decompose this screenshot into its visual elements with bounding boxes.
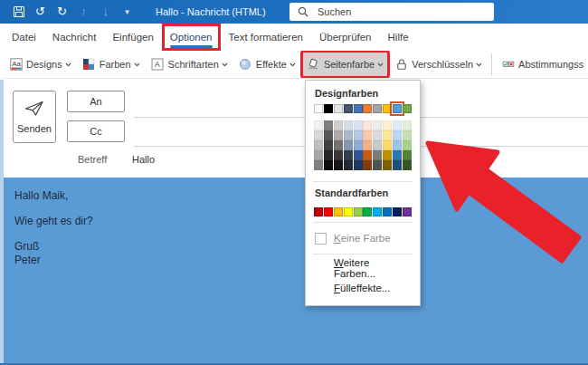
standard-color-swatch[interactable] [383, 207, 392, 216]
tab-einfügen[interactable]: Einfügen [104, 24, 161, 51]
tab-text-formatieren[interactable]: Text formatieren [221, 24, 311, 51]
variant-color-swatch[interactable] [324, 150, 333, 160]
variant-color-swatch[interactable] [314, 160, 323, 170]
variant-color-swatch[interactable] [334, 150, 343, 160]
save-icon[interactable] [12, 5, 25, 19]
variant-color-swatch[interactable] [344, 120, 353, 130]
variant-color-swatch[interactable] [344, 130, 353, 140]
variant-color-swatch[interactable] [363, 130, 372, 140]
menu-item-keine-farbe[interactable]: Keine Farbe [306, 228, 420, 248]
standard-color-swatch[interactable] [363, 207, 372, 216]
variant-color-swatch[interactable] [393, 120, 402, 130]
variant-color-swatch[interactable] [403, 150, 412, 160]
undo-icon[interactable]: ↺ [33, 5, 47, 19]
theme-color-swatch[interactable] [334, 104, 343, 113]
redo-icon[interactable]: ↻ [55, 5, 69, 19]
menu-item-fülleffekte[interactable]: Fülleffekte... [306, 278, 420, 298]
variant-color-swatch[interactable] [363, 140, 372, 150]
ribbon-button-schriftarten[interactable]: ASchriftarten [147, 52, 232, 77]
variant-color-swatch[interactable] [314, 130, 323, 140]
variant-color-swatch[interactable] [334, 120, 343, 130]
variant-color-swatch[interactable] [373, 150, 382, 160]
variant-color-swatch[interactable] [403, 140, 412, 150]
variant-color-swatch[interactable] [344, 150, 353, 160]
to-button[interactable]: An [67, 91, 125, 112]
variant-color-swatch[interactable] [393, 130, 402, 140]
variant-color-swatch[interactable] [373, 120, 382, 130]
ribbon-button-verschlüsseln[interactable]: Verschlüsseln [390, 52, 487, 77]
arrow-up-icon[interactable]: ↑ [77, 5, 90, 19]
variant-color-swatch[interactable] [354, 140, 363, 150]
variant-color-swatch[interactable] [393, 150, 402, 160]
search-input[interactable] [316, 5, 455, 18]
variant-color-swatch[interactable] [403, 160, 412, 170]
variant-color-swatch[interactable] [383, 130, 392, 140]
ribbon-button-farben[interactable]: Farben [78, 52, 145, 77]
ribbon-button-effekte[interactable]: Effekte [234, 52, 300, 77]
standard-color-swatch[interactable] [373, 207, 382, 216]
variant-color-swatch[interactable] [314, 120, 323, 130]
variant-color-swatch[interactable] [354, 130, 363, 140]
theme-color-swatch[interactable] [314, 104, 323, 113]
ribbon-button-seitenfarbe[interactable]: Seitenfarbe [302, 52, 388, 77]
subject-field[interactable]: Hallo [132, 154, 155, 165]
variant-color-swatch[interactable] [314, 150, 323, 160]
variant-color-swatch[interactable] [393, 160, 402, 170]
cc-button[interactable]: Cc [67, 120, 125, 142]
theme-color-swatch[interactable] [393, 104, 402, 113]
variant-color-swatch[interactable] [373, 140, 382, 150]
standard-color-swatch[interactable] [403, 207, 412, 216]
theme-color-swatch[interactable] [373, 104, 382, 113]
standard-color-swatch[interactable] [314, 207, 323, 216]
variant-color-swatch[interactable] [334, 130, 343, 140]
tab-optionen[interactable]: Optionen [162, 24, 221, 51]
theme-color-swatch[interactable] [383, 104, 392, 113]
tab-nachricht[interactable]: Nachricht [44, 24, 105, 51]
ribbon-button-abstimmungss[interactable]: Abstimmungss [497, 52, 588, 77]
variant-color-swatch[interactable] [324, 160, 333, 170]
standard-color-swatch[interactable] [334, 207, 343, 216]
standard-color-swatch[interactable] [324, 207, 333, 216]
theme-color-swatch[interactable] [403, 104, 412, 113]
search-bar[interactable] [289, 3, 494, 21]
variant-color-swatch[interactable] [403, 130, 412, 140]
variant-color-swatch[interactable] [344, 160, 353, 170]
variant-color-swatch[interactable] [383, 150, 392, 160]
variant-color-swatch[interactable] [383, 140, 392, 150]
message-body[interactable]: Hallo Maik,Wie geht es dir?GrußPeter [4, 178, 588, 365]
variant-color-swatch[interactable] [344, 140, 353, 150]
ribbon-button-designs[interactable]: AaDesigns [5, 52, 76, 77]
standard-color-swatch[interactable] [393, 207, 402, 216]
variant-color-swatch[interactable] [334, 140, 343, 150]
variant-color-swatch[interactable] [363, 160, 372, 170]
variant-color-swatch[interactable] [324, 130, 333, 140]
variant-color-swatch[interactable] [314, 140, 323, 150]
standard-color-swatch[interactable] [354, 207, 363, 216]
variant-color-swatch[interactable] [373, 130, 382, 140]
variant-color-swatch[interactable] [363, 150, 372, 160]
standard-color-swatch[interactable] [344, 207, 353, 216]
tab-überprüfen[interactable]: Überprüfen [311, 24, 380, 51]
arrow-down-icon[interactable]: ↓ [99, 5, 112, 19]
variant-color-swatch[interactable] [334, 160, 343, 170]
variant-color-swatch[interactable] [403, 120, 412, 130]
menu-item-weitere-farben[interactable]: Weitere Farben... [306, 258, 420, 278]
variant-color-swatch[interactable] [354, 150, 363, 160]
variant-color-swatch[interactable] [324, 140, 333, 150]
send-button[interactable]: Senden [13, 91, 56, 143]
variant-color-swatch[interactable] [363, 120, 372, 130]
variant-color-swatch[interactable] [324, 120, 333, 130]
theme-color-swatch[interactable] [363, 104, 372, 113]
variant-color-swatch[interactable] [393, 140, 402, 150]
variant-color-swatch[interactable] [354, 120, 363, 130]
variant-color-swatch[interactable] [383, 160, 392, 170]
chevron-down-icon[interactable]: ▾ [120, 5, 134, 19]
variant-color-swatch[interactable] [354, 160, 363, 170]
theme-color-swatch[interactable] [344, 104, 353, 113]
tab-hilfe[interactable]: Hilfe [380, 24, 417, 51]
variant-color-swatch[interactable] [373, 160, 382, 170]
tab-datei[interactable]: Datei [4, 24, 44, 51]
variant-color-swatch[interactable] [383, 120, 392, 130]
theme-color-swatch[interactable] [354, 104, 363, 113]
theme-color-swatch[interactable] [324, 104, 333, 113]
